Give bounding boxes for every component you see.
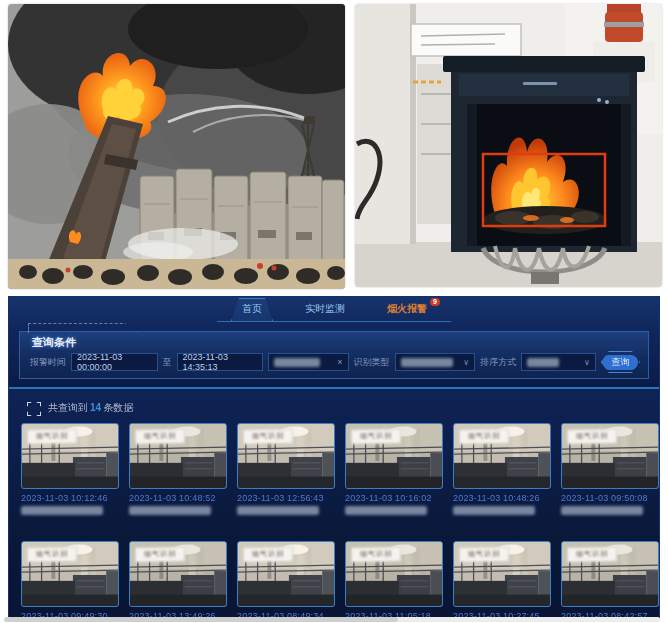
osd-overlay-label: 烟气识别 [351,547,401,563]
tab-fire-alarm-label: 烟火报警 [387,303,427,314]
snapshot-timestamp: 2023-11-03 10:48:52 [129,493,227,503]
filter-row: 报警时间 2023-11-03 00:00:00 至 2023-11-03 14… [30,351,640,373]
osd-overlay-label: 烟气识别 [135,547,185,563]
snapshot-thumbnail[interactable]: 烟气识别 [561,541,659,607]
filter-tab-notch [28,323,138,333]
snapshot-card[interactable]: 烟气识别 2023-11-03 12:56:43 [237,423,335,515]
snapshot-card[interactable]: 烟气识别 2023-11-03 10:16:02 [345,423,443,515]
horizontal-scrollbar[interactable] [4,617,660,622]
industrial-fire-photo [8,4,345,289]
time-to-input[interactable]: 2023-11-03 14:35:13 [177,353,264,371]
snapshot-thumbnail[interactable]: 烟气识别 [21,541,119,607]
query-filter-box: 查询条件 报警时间 2023-11-03 00:00:00 至 2023-11-… [19,331,649,379]
snapshot-card[interactable]: 烟气识别 2023-11-03 08:42:57 [561,541,659,618]
alarm-dashboard-panel: 首页 实时监测 烟火报警 9 查询条件 报警时间 2023-11-03 00:0… [8,296,660,618]
photo-row [0,0,668,292]
snapshot-card[interactable]: 烟气识别 2023-11-03 10:48:26 [453,423,551,515]
type-select[interactable]: ∨ [395,353,476,371]
osd-overlay-label: 烟气识别 [27,547,77,563]
snapshot-timestamp: 2023-11-03 12:56:43 [237,493,335,503]
results-title: 共查询到14条数据 [48,401,133,415]
industrial-fire-illustration [8,4,345,289]
camera-name-redacted [237,506,319,515]
device-select[interactable]: × [268,353,349,371]
snapshot-thumbnail[interactable]: 烟气识别 [129,423,227,489]
results-header: 共查询到14条数据 [9,389,659,423]
scrollbar-handle[interactable] [4,617,398,622]
snapshot-thumbnail[interactable]: 烟气识别 [21,423,119,489]
filter-title: 查询条件 [32,335,76,350]
sort-select-redacted-value [527,358,559,367]
osd-overlay-label: 烟气识别 [567,547,617,563]
top-tab-bar: 首页 实时监测 烟火报警 9 [217,300,451,322]
results-title-suffix: 条数据 [103,402,133,413]
clear-icon[interactable]: × [337,357,342,367]
snapshot-timestamp: 2023-11-03 10:48:26 [453,493,551,503]
alarm-count-badge: 9 [430,298,440,306]
camera-name-redacted [345,506,427,515]
snapshot-thumbnail[interactable]: 烟气识别 [237,423,335,489]
tab-realtime-monitor[interactable]: 实时监测 [295,299,355,321]
range-separator: 至 [163,356,172,369]
snapshot-timestamp: 2023-11-03 09:50:08 [561,493,659,503]
snapshot-card[interactable]: 烟气识别 2023-11-03 09:50:08 [561,423,659,515]
snapshot-card[interactable]: 烟气识别 2023-11-03 10:48:52 [129,423,227,515]
snapshot-card[interactable]: 烟气识别 2023-11-03 10:12:46 [21,423,119,515]
snapshot-grid: 烟气识别 2023-11-03 10:12:46 烟气识别 20 [9,423,659,618]
osd-overlay-label: 烟气识别 [567,429,617,445]
snapshot-thumbnail[interactable]: 烟气识别 [345,541,443,607]
type-label: 识别类型 [354,356,390,369]
camera-name-redacted [129,506,211,515]
scan-frame-icon [27,402,39,414]
results-count: 14 [88,402,103,413]
chevron-down-icon: ∨ [463,358,469,367]
results-section: 共查询到14条数据 烟气识别 2023-11-03 10:12:46 [9,387,659,617]
osd-overlay-label: 烟气识别 [27,429,77,445]
snapshot-thumbnail[interactable]: 烟气识别 [453,541,551,607]
snapshot-card[interactable]: 烟气识别 2023-11-03 08:49:34 [237,541,335,618]
time-from-value: 2023-11-03 00:00:00 [77,352,152,372]
type-select-redacted-value [401,358,453,367]
tab-fire-alarm[interactable]: 烟火报警 9 [377,299,437,321]
snapshot-thumbnail[interactable]: 烟气识别 [345,423,443,489]
camera-name-redacted [561,506,643,515]
sort-label: 排序方式 [480,356,516,369]
tab-home[interactable]: 首页 [231,298,273,321]
snapshot-thumbnail[interactable]: 烟气识别 [237,541,335,607]
device-select-redacted-value [274,358,320,367]
camera-name-redacted [453,506,535,515]
osd-overlay-label: 烟气识别 [243,547,293,563]
time-from-input[interactable]: 2023-11-03 00:00:00 [71,353,158,371]
snapshot-card[interactable]: 烟气识别 2023-11-03 09:49:30 [21,541,119,618]
osd-overlay-label: 烟气识别 [243,429,293,445]
camera-name-redacted [21,506,103,515]
osd-overlay-label: 烟气识别 [351,429,401,445]
osd-overlay-label: 烟气识别 [459,429,509,445]
results-title-prefix: 共查询到 [48,402,88,413]
snapshot-thumbnail[interactable]: 烟气识别 [453,423,551,489]
search-button[interactable]: 查询 [601,351,640,373]
osd-overlay-label: 烟气识别 [135,429,185,445]
snapshot-timestamp: 2023-11-03 10:12:46 [21,493,119,503]
chevron-down-icon: ∨ [584,358,590,367]
time-to-value: 2023-11-03 14:35:13 [183,352,258,372]
snapshot-card[interactable]: 烟气识别 2023-11-03 10:27:45 [453,541,551,618]
sort-select[interactable]: ∨ [521,353,596,371]
alarm-time-label: 报警时间 [30,356,66,369]
snapshot-thumbnail[interactable]: 烟气识别 [129,541,227,607]
fireplace-illustration [355,4,662,287]
fireplace-detection-photo [355,4,662,287]
search-button-label: 查询 [602,355,638,370]
snapshot-timestamp: 2023-11-03 10:16:02 [345,493,443,503]
snapshot-card[interactable]: 烟气识别 2023-11-03 13:49:26 [129,541,227,618]
snapshot-thumbnail[interactable]: 烟气识别 [561,423,659,489]
page: 首页 实时监测 烟火报警 9 查询条件 报警时间 2023-11-03 00:0… [0,0,668,623]
snapshot-card[interactable]: 烟气识别 2023-11-03 11:05:18 [345,541,443,618]
osd-overlay-label: 烟气识别 [459,547,509,563]
